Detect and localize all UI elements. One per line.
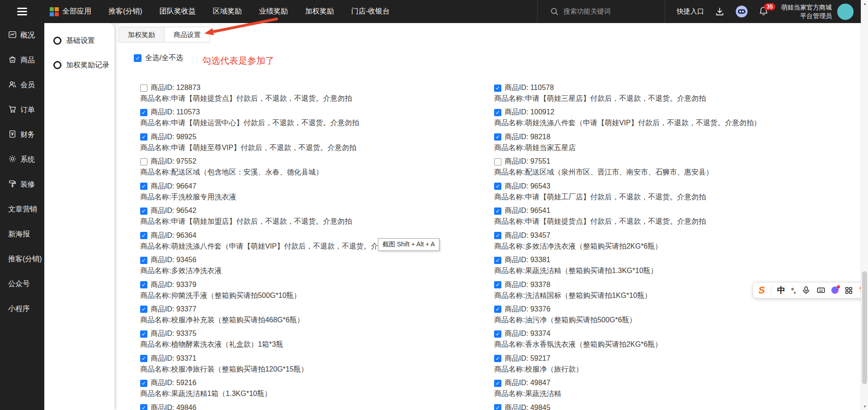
top-menu-item[interactable]: 区域奖励 bbox=[213, 7, 242, 16]
product-checkbox[interactable] bbox=[140, 85, 147, 92]
sidebar-item-4[interactable]: 财务 bbox=[0, 123, 44, 147]
product-checkbox[interactable] bbox=[494, 355, 501, 362]
product-checkbox-row[interactable]: 商品ID: 97552 bbox=[140, 157, 466, 166]
avatar[interactable] bbox=[837, 4, 854, 20]
product-checkbox[interactable] bbox=[494, 330, 501, 338]
search-input[interactable]: 搜索功能关键词 bbox=[538, 7, 665, 16]
product-checkbox[interactable] bbox=[140, 404, 147, 410]
product-checkbox-row[interactable]: 商品ID: 49847 bbox=[494, 378, 820, 388]
product-checkbox-row[interactable]: 商品ID: 110578 bbox=[494, 83, 820, 93]
product-checkbox[interactable] bbox=[140, 158, 147, 165]
product-checkbox[interactable] bbox=[494, 281, 501, 288]
sidebar-item-6[interactable]: 装修 bbox=[0, 172, 44, 197]
top-menu-item[interactable]: 门店-收银台 bbox=[351, 7, 390, 16]
product-checkbox-row[interactable]: 商品ID: 59216 bbox=[140, 378, 466, 388]
microphone-icon[interactable] bbox=[802, 286, 811, 295]
keyboard-icon[interactable] bbox=[816, 286, 826, 295]
product-checkbox-row[interactable]: 商品ID: 49845 bbox=[494, 403, 820, 410]
top-menu-item[interactable]: 推客(分销) bbox=[108, 7, 142, 16]
sidebar-item-8[interactable]: 新海报 bbox=[0, 222, 44, 247]
top-menu-item[interactable]: 加权奖励 bbox=[305, 7, 334, 16]
notifications-button[interactable]: 35 bbox=[759, 6, 769, 18]
submenu-item-label: 加权奖励记录 bbox=[66, 61, 109, 70]
product-checkbox[interactable] bbox=[494, 158, 501, 165]
product-checkbox-row[interactable]: 商品ID: 96542 bbox=[140, 206, 466, 216]
product-checkbox[interactable] bbox=[140, 133, 147, 141]
product-checkbox-row[interactable]: 商品ID: 59217 bbox=[494, 354, 820, 363]
submenu-item-1[interactable]: 加权奖励记录 bbox=[44, 55, 114, 75]
product-checkbox[interactable] bbox=[494, 85, 501, 92]
product-checkbox-row[interactable]: 商品ID: 97551 bbox=[494, 157, 820, 166]
sidebar-item-1[interactable]: 商品 bbox=[0, 48, 44, 73]
product-checkbox[interactable] bbox=[494, 404, 501, 410]
product-checkbox-row[interactable]: 商品ID: 93381 bbox=[494, 255, 820, 265]
product-checkbox-row[interactable]: 商品ID: 93379 bbox=[140, 280, 466, 290]
scroll-down-arrow[interactable]: ▼ bbox=[861, 403, 868, 410]
sidebar-item-2[interactable]: 会员 bbox=[0, 73, 44, 98]
product-checkbox[interactable] bbox=[494, 109, 501, 116]
product-checkbox-row[interactable]: 商品ID: 93377 bbox=[140, 305, 466, 314]
product-checkbox[interactable] bbox=[140, 257, 147, 264]
product-checkbox-row[interactable]: 商品ID: 93376 bbox=[494, 305, 820, 314]
product-checkbox[interactable] bbox=[494, 306, 501, 313]
scrollbar-thumb[interactable] bbox=[862, 271, 867, 384]
product-checkbox[interactable] bbox=[140, 109, 147, 116]
apps-grid-icon[interactable] bbox=[844, 286, 853, 295]
submenu-item-0[interactable]: 基础设置 bbox=[44, 30, 114, 51]
punctuation-icon[interactable]: °, bbox=[791, 287, 796, 294]
product-checkbox-row[interactable]: 商品ID: 93375 bbox=[140, 329, 466, 339]
product-checkbox[interactable] bbox=[140, 232, 147, 239]
product-checkbox[interactable] bbox=[494, 133, 501, 141]
product-checkbox-row[interactable]: 商品ID: 98218 bbox=[494, 132, 820, 142]
select-all-row[interactable]: 全选/全不选 bbox=[134, 53, 183, 63]
product-checkbox-row[interactable]: 商品ID: 100912 bbox=[494, 108, 820, 117]
product-checkbox-row[interactable]: 商品ID: 93457 bbox=[494, 231, 820, 240]
product-checkbox-row[interactable]: 商品ID: 93374 bbox=[494, 329, 820, 339]
tab-0[interactable]: 加权奖励 bbox=[119, 27, 164, 42]
sidebar-item-10[interactable]: 公众号 bbox=[0, 272, 44, 297]
product-checkbox[interactable] bbox=[494, 207, 501, 215]
sidebar-item-3[interactable]: 订单 bbox=[0, 98, 44, 123]
product-checkbox-row[interactable]: 商品ID: 49846 bbox=[140, 403, 466, 410]
product-checkbox-row[interactable]: 商品ID: 93456 bbox=[140, 255, 466, 265]
product-id: 商品ID: 93457 bbox=[505, 231, 550, 240]
product-checkbox-row[interactable]: 商品ID: 98925 bbox=[140, 132, 466, 142]
download-button[interactable] bbox=[715, 7, 725, 17]
search-icon bbox=[550, 7, 559, 16]
top-menu-item[interactable]: 团队奖收益 bbox=[160, 7, 196, 16]
scroll-up-arrow[interactable]: ▲ bbox=[861, 0, 868, 7]
product-checkbox[interactable] bbox=[140, 380, 147, 387]
sidebar-item-11[interactable]: 小程序 bbox=[0, 297, 44, 321]
tab-1[interactable]: 商品设置 bbox=[164, 27, 210, 42]
sogou-logo[interactable]: S bbox=[758, 285, 765, 296]
product-checkbox[interactable] bbox=[494, 380, 501, 387]
quick-entry-button[interactable]: 快捷入口 bbox=[677, 7, 704, 16]
product-checkbox[interactable] bbox=[140, 306, 147, 313]
top-menu-item[interactable]: 全部应用 bbox=[50, 7, 91, 16]
product-checkbox[interactable] bbox=[494, 257, 501, 264]
page-scrollbar[interactable]: ▲ ▼ bbox=[861, 0, 868, 410]
hamburger-menu-button[interactable] bbox=[0, 8, 44, 15]
sidebar-item-0[interactable]: 概况 bbox=[0, 23, 44, 48]
product-checkbox[interactable] bbox=[140, 281, 147, 288]
assistant-robot-button[interactable] bbox=[736, 5, 748, 18]
product-checkbox-row[interactable]: 商品ID: 96543 bbox=[494, 182, 820, 191]
product-checkbox-row[interactable]: 商品ID: 128873 bbox=[140, 83, 466, 93]
product-checkbox[interactable] bbox=[140, 330, 147, 338]
sidebar-item-7[interactable]: 文章营销 bbox=[0, 197, 44, 222]
product-checkbox-row[interactable]: 商品ID: 93371 bbox=[140, 354, 466, 363]
skin-icon[interactable] bbox=[831, 287, 839, 294]
sidebar-item-9[interactable]: 推客(分销) bbox=[0, 247, 44, 272]
product-checkbox-row[interactable]: 商品ID: 110573 bbox=[140, 108, 466, 117]
product-checkbox[interactable] bbox=[140, 183, 147, 190]
top-menu-item[interactable]: 业绩奖励 bbox=[259, 7, 288, 16]
select-all-checkbox[interactable] bbox=[134, 54, 142, 62]
product-checkbox[interactable] bbox=[140, 207, 147, 215]
sidebar-item-5[interactable]: 系统 bbox=[0, 147, 44, 172]
chinese-mode-icon[interactable]: 中 bbox=[777, 285, 785, 296]
product-checkbox-row[interactable]: 商品ID: 96647 bbox=[140, 182, 466, 191]
product-checkbox[interactable] bbox=[494, 232, 501, 239]
product-checkbox[interactable] bbox=[140, 355, 147, 362]
product-checkbox[interactable] bbox=[494, 183, 501, 190]
product-checkbox-row[interactable]: 商品ID: 96541 bbox=[494, 206, 820, 216]
